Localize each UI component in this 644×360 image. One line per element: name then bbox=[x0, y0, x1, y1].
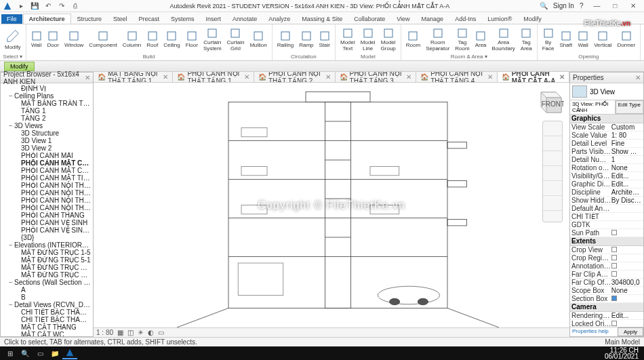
props-row[interactable]: Crop Region ... bbox=[570, 254, 643, 262]
tree-item[interactable]: PHỐI CẢNH MÁI bbox=[2, 152, 92, 159]
menu-tab-insert[interactable]: Insert bbox=[201, 14, 227, 24]
props-row[interactable]: Crop View bbox=[570, 246, 643, 254]
navigation-bar[interactable] bbox=[542, 121, 563, 222]
props-row[interactable]: Rendering Set...Edit... bbox=[570, 312, 643, 320]
tree-item[interactable]: PHỐI CẢNH VỆ SINH TẦNG 2 bbox=[2, 226, 92, 234]
ribbon-area-button[interactable]: Area bbox=[473, 30, 489, 49]
props-section-header[interactable]: Graphics bbox=[570, 115, 643, 123]
tree-item[interactable]: PHỐI CẢNH MẶT CẮT B-B bbox=[2, 167, 92, 174]
props-section-header[interactable]: Extents bbox=[570, 237, 643, 246]
menu-tab-precast[interactable]: Precast bbox=[134, 14, 165, 24]
edit-type-button[interactable]: Edit Type bbox=[616, 100, 643, 114]
tree-item[interactable]: PHỐI CẢNH NỘI THẤT TẦNG 1 bbox=[2, 182, 92, 189]
ribbon-tag-room-button[interactable]: Tag Room bbox=[453, 27, 471, 52]
minimize-button[interactable]: — bbox=[588, 2, 605, 9]
menu-tab-massing-site[interactable]: Massing & Site bbox=[296, 14, 348, 24]
ribbon-model-group-button[interactable]: Model Group bbox=[379, 27, 398, 52]
shadows-icon[interactable]: ◐ bbox=[148, 329, 154, 336]
menu-tab-systems[interactable]: Systems bbox=[165, 14, 200, 24]
props-row[interactable]: Far Clip Offset304800,0 bbox=[570, 279, 643, 287]
ribbon-floor-button[interactable]: Floor bbox=[184, 30, 200, 49]
close-icon[interactable]: ✕ bbox=[325, 73, 331, 81]
tree-item[interactable]: MẶT ĐỨNG TRỤC A-B bbox=[2, 264, 92, 271]
ribbon-component-button[interactable]: Component bbox=[87, 30, 119, 49]
tree-item[interactable]: 3D View 2 bbox=[2, 144, 92, 152]
menu-tab-lumion-[interactable]: Lumion® bbox=[482, 14, 517, 24]
tree-item[interactable]: PHỐI CẢNH THANG bbox=[2, 212, 92, 219]
ribbon-curtain-grid-button[interactable]: Curtain Grid bbox=[225, 27, 247, 52]
menu-tab-structure[interactable]: Structure bbox=[72, 14, 108, 24]
ribbon-curtain-system-button[interactable]: Curtain System bbox=[201, 27, 224, 52]
close-button[interactable]: ✕ bbox=[625, 2, 641, 9]
type-selector[interactable]: 3D View: PHỐI CẢNH bbox=[570, 100, 616, 114]
ribbon-door-button[interactable]: Door bbox=[45, 30, 61, 49]
props-section-header[interactable]: Camera bbox=[570, 303, 643, 312]
explorer-icon[interactable]: 📁 bbox=[47, 347, 62, 359]
tree-item[interactable]: −Ceiling Plans bbox=[2, 92, 92, 100]
tree-item[interactable]: TẦNG 2 bbox=[2, 115, 92, 122]
close-icon[interactable]: ✕ bbox=[487, 73, 493, 81]
apply-button[interactable]: Apply bbox=[618, 327, 643, 336]
ribbon-column-button[interactable]: Column bbox=[121, 30, 144, 49]
signin-link[interactable]: Sign In bbox=[553, 2, 574, 9]
tree-item[interactable]: B bbox=[2, 294, 92, 301]
tree-item[interactable]: PHỐI CẢNH MẶT TIỀN bbox=[2, 174, 92, 182]
props-row[interactable]: GDTK bbox=[570, 221, 643, 229]
tree-item[interactable]: CHI TIẾT BẬC THANG TẦNG 2-3 bbox=[2, 316, 92, 323]
props-row[interactable]: Rotation on S...None bbox=[570, 164, 643, 172]
ribbon-room-button[interactable]: Room bbox=[404, 30, 422, 49]
tree-item[interactable]: PHỐI CẢNH VỆ SINH bbox=[2, 219, 92, 226]
menu-tab-analyze[interactable]: Analyze bbox=[263, 14, 296, 24]
menu-tab-architecture[interactable]: Architecture bbox=[23, 14, 71, 24]
start-button[interactable]: ⊞ bbox=[3, 347, 18, 359]
tree-item[interactable]: MẶT CẮT WC bbox=[2, 331, 92, 336]
ribbon-shaft-button[interactable]: Shaft bbox=[557, 30, 574, 49]
properties-help-link[interactable]: Properties help bbox=[570, 327, 618, 336]
qat-save-icon[interactable]: 💾 bbox=[30, 1, 39, 11]
select-dropdown[interactable]: Select ▾ bbox=[3, 54, 23, 60]
props-row[interactable]: Graphic Displ...Edit... bbox=[570, 180, 643, 188]
qat-undo-icon[interactable]: ↶ bbox=[43, 1, 53, 11]
help-icon[interactable]: ? bbox=[580, 2, 584, 9]
view-tab[interactable]: 🏠PHỐI CẢNH NỘI THẤT TẦNG 1✕ bbox=[173, 72, 254, 83]
props-row[interactable]: DisciplineArchitectural bbox=[570, 188, 643, 197]
view-tab[interactable]: 🏠PHỐI CẢNH NỘI THẤT TẦNG 3✕ bbox=[336, 72, 417, 83]
ribbon-area-boundary-button[interactable]: Area Boundary bbox=[490, 27, 517, 52]
tree-item[interactable]: PHỐI CẢNH MẶT CẮT A-A bbox=[2, 159, 92, 167]
ribbon-dormer-button[interactable]: Dormer bbox=[615, 30, 637, 49]
ribbon-mullion-button[interactable]: Mullion bbox=[247, 30, 268, 49]
close-icon[interactable]: ✕ bbox=[559, 73, 565, 81]
tree-item[interactable]: −Elevations (INTERIOR_ELEVATION CẤP PHÉP bbox=[2, 241, 92, 249]
maximize-button[interactable]: □ bbox=[607, 2, 623, 9]
taskview-icon[interactable]: ▭ bbox=[33, 347, 47, 359]
view-tab[interactable]: 🏠MẶT BẰNG NỘI THẤT TẦNG 1✕ bbox=[94, 72, 173, 83]
menu-tab-modify[interactable]: Modify bbox=[518, 14, 547, 24]
search-task-icon[interactable]: 🔍 bbox=[18, 347, 33, 359]
tree-item[interactable]: −3D Views bbox=[2, 122, 92, 129]
view-tab[interactable]: 🏠PHỐI CẢNH NỘI THẤT TẦNG 4✕ bbox=[416, 72, 498, 83]
close-icon[interactable]: ✕ bbox=[406, 73, 411, 81]
ribbon-railing-button[interactable]: Railing bbox=[275, 30, 296, 49]
tree-item[interactable]: CHI TIẾT BẬC THANG TẦNG 1-2 bbox=[2, 308, 92, 316]
props-row[interactable]: Show Hidden ...By Discipline bbox=[570, 197, 643, 205]
props-row[interactable]: Section Box bbox=[570, 295, 643, 303]
viewcube[interactable]: FRONT bbox=[533, 87, 564, 118]
ribbon-ramp-button[interactable]: Ramp bbox=[297, 30, 315, 49]
tree-item[interactable]: −Sections (Wall Section CẤP PHÉP) bbox=[2, 279, 92, 286]
view-tab[interactable]: 🏠PHỐI CẢNH MẶT CẮT A-A✕ bbox=[498, 72, 569, 83]
menu-tab-steel[interactable]: Steel bbox=[108, 14, 133, 24]
ribbon-model-line-button[interactable]: Model Line bbox=[359, 27, 378, 52]
menu-tab-annotate[interactable]: Annotate bbox=[227, 14, 262, 24]
props-row[interactable]: View ScaleCustom bbox=[570, 123, 643, 132]
close-icon[interactable]: ✕ bbox=[163, 73, 168, 81]
revit-task-icon[interactable] bbox=[62, 347, 77, 359]
menu-tab-manage[interactable]: Manage bbox=[416, 14, 449, 24]
tree-item[interactable]: {3D} bbox=[2, 234, 92, 241]
view-tab[interactable]: 🏠PHỐI CẢNH NỘI THẤT TẦNG 2✕ bbox=[254, 72, 336, 83]
tree-item[interactable]: PHỐI CẢNH NỘI THẤT TẦNG 3 bbox=[2, 197, 92, 204]
sun-path-icon[interactable]: ☀ bbox=[138, 329, 144, 336]
project-browser-tree[interactable]: ĐỊNH VỊ−Ceiling PlansMẶT BẰNG TRẦN TẦNG … bbox=[1, 83, 93, 336]
props-row[interactable]: Far Clip Active bbox=[570, 271, 643, 279]
menu-tab-collaborate[interactable]: Collaborate bbox=[348, 14, 390, 24]
tree-item[interactable]: MẶT BẰNG TRẦN TẦNG 1 bbox=[2, 100, 92, 107]
